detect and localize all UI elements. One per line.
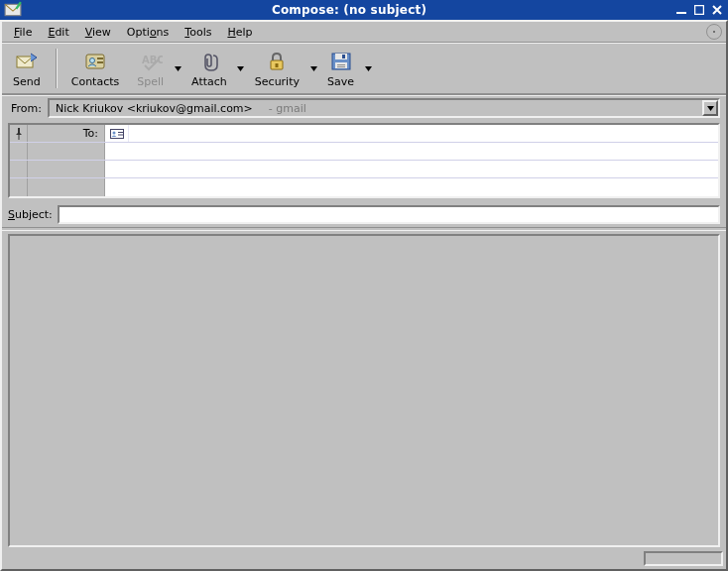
attach-dropdown[interactable] (236, 66, 246, 71)
svg-rect-10 (276, 63, 279, 67)
svg-rect-12 (335, 54, 347, 59)
message-body-editor[interactable] (8, 234, 720, 547)
recipient-input[interactable] (105, 143, 718, 160)
recipient-input[interactable] (129, 125, 718, 142)
recipient-pin-cell[interactable] (10, 143, 28, 160)
spell-icon: ABC (139, 50, 163, 73)
svg-point-19 (112, 131, 115, 134)
menu-help[interactable]: Help (219, 24, 260, 41)
svg-rect-13 (342, 55, 345, 58)
recipient-type-dropdown[interactable] (28, 161, 105, 177)
spell-dropdown[interactable] (173, 66, 182, 71)
recipients-panel: To: (8, 123, 720, 198)
menu-options[interactable]: Options (119, 24, 177, 41)
statusbar (2, 550, 726, 569)
security-button[interactable]: Security (247, 47, 307, 91)
svg-rect-16 (337, 66, 345, 67)
recipient-input[interactable] (105, 178, 718, 196)
save-dropdown[interactable] (363, 66, 373, 71)
from-value: Nick Kriukov <kriukov@gmail.com> (50, 102, 259, 115)
security-dropdown[interactable] (308, 66, 318, 71)
window-body: File Edit View Options Tools Help Send C… (0, 20, 728, 571)
window-title: Compose: (no subject) (26, 3, 672, 17)
subject-input[interactable] (58, 205, 720, 224)
from-dropdown[interactable]: Nick Kriukov <kriukov@gmail.com> - gmail (48, 98, 720, 118)
send-icon (15, 50, 39, 73)
security-icon (265, 50, 289, 73)
maximize-button[interactable] (691, 3, 707, 17)
menu-tools[interactable]: Tools (177, 24, 219, 41)
recipient-input[interactable] (105, 161, 718, 177)
close-button[interactable] (709, 3, 725, 17)
addressbook-icon[interactable] (105, 125, 129, 142)
svg-rect-21 (118, 134, 123, 135)
toolbar: Send Contacts ABC Spell (2, 43, 726, 94)
svg-text:ABC: ABC (142, 55, 163, 65)
menu-view[interactable]: View (77, 24, 119, 41)
svg-rect-1 (676, 12, 686, 14)
activity-indicator-icon (706, 24, 722, 40)
svg-point-5 (89, 57, 94, 62)
attach-icon (197, 50, 221, 73)
app-icon (4, 1, 22, 19)
menubar: File Edit View Options Tools Help (2, 22, 726, 43)
titlebar: Compose: (no subject) (0, 0, 728, 20)
from-label: From: (8, 102, 48, 115)
svg-rect-20 (118, 132, 123, 133)
svg-rect-17 (18, 135, 19, 140)
save-icon (329, 50, 353, 73)
spell-button: ABC Spell (129, 47, 172, 91)
status-well (644, 551, 723, 566)
svg-rect-18 (110, 129, 123, 138)
recipient-row (10, 143, 718, 161)
save-button[interactable]: Save (319, 47, 362, 91)
contacts-button[interactable]: Contacts (63, 47, 128, 91)
minimize-button[interactable] (673, 3, 689, 17)
recipient-row (10, 161, 718, 178)
toolbar-separator (56, 49, 57, 88)
recipient-type-dropdown[interactable]: To: (28, 125, 105, 142)
recipient-type-dropdown[interactable] (28, 143, 105, 160)
subject-row: Subject: (2, 201, 726, 227)
splitter[interactable] (2, 227, 726, 231)
recipient-pin-cell[interactable] (10, 161, 28, 177)
send-button[interactable]: Send (5, 47, 49, 91)
recipient-row (10, 178, 718, 196)
recipient-row: To: (10, 125, 718, 143)
recipient-type-dropdown[interactable] (28, 178, 105, 196)
pin-icon[interactable] (10, 125, 28, 142)
subject-label: Subject: (8, 208, 58, 221)
svg-rect-7 (97, 61, 103, 63)
svg-rect-2 (695, 6, 704, 15)
menu-file[interactable]: File (6, 24, 40, 41)
from-row: From: Nick Kriukov <kriukov@gmail.com> -… (2, 96, 726, 120)
contacts-icon (83, 50, 107, 73)
svg-rect-6 (97, 57, 103, 59)
menu-edit[interactable]: Edit (40, 24, 76, 41)
from-account-hint: - gmail (259, 102, 306, 115)
from-dropdown-button[interactable] (702, 100, 718, 116)
svg-rect-15 (337, 64, 345, 65)
recipient-pin-cell[interactable] (10, 178, 28, 196)
attach-button[interactable]: Attach (183, 47, 235, 91)
